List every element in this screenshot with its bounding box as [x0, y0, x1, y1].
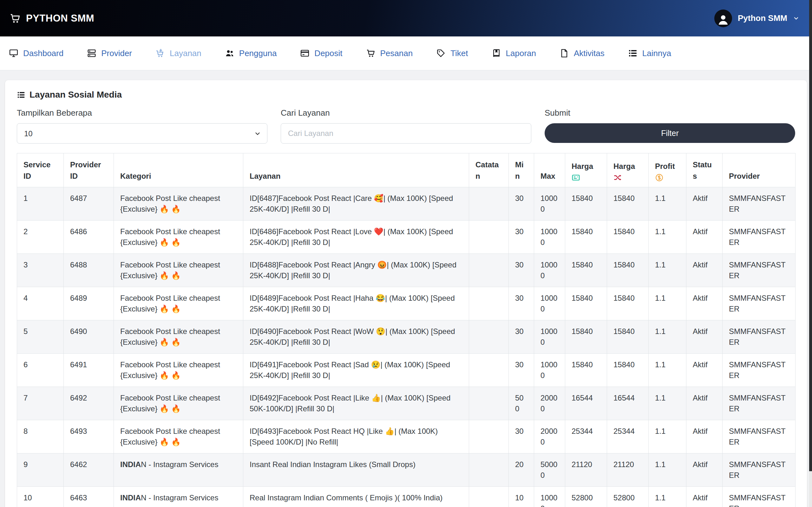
vertical-scrollbar	[809, 0, 812, 507]
cell-layanan: ID[6492]Facebook Post React |Like 👍| (Ma…	[243, 387, 469, 420]
brand-logo[interactable]: PYTHON SMM	[9, 13, 94, 24]
book-icon	[492, 49, 501, 58]
cell-kategori: INDIAN - Instagram Services	[114, 487, 243, 507]
cell-provider: SMMFANSFASTER	[722, 420, 796, 453]
nav-item-provider[interactable]: Provider	[87, 49, 132, 58]
table-row: 96462INDIAN - Instagram ServicesInsant R…	[17, 453, 796, 487]
cell-profit: 1.1	[649, 387, 687, 420]
cell-kategori: Facebook Post Like cheapest {Exclusive} …	[114, 287, 243, 320]
cell-pid: 6490	[64, 320, 114, 354]
nav-item-aktivitas[interactable]: Aktivitas	[560, 49, 605, 58]
table-row: 46489Facebook Post Like cheapest {Exclus…	[17, 287, 796, 320]
list-icon	[628, 49, 638, 58]
kategori-bold-text: INDIA	[120, 460, 141, 469]
money-check-icon	[571, 173, 580, 182]
filter-button[interactable]: Filter	[545, 123, 795, 143]
cell-kategori: Facebook Post Like cheapest {Exclusive} …	[114, 320, 243, 354]
cell-layanan: Real Instagram Indian Comments ( Emojis …	[243, 487, 469, 507]
cell-harga-jual: 15840	[607, 187, 649, 221]
cell-provider: SMMFANSFASTER	[722, 387, 796, 420]
cell-max: 10000	[534, 320, 565, 354]
show-count-label: Tampilkan Beberapa	[17, 108, 267, 118]
scrollbar-thumb[interactable]	[809, 0, 812, 471]
nav-item-label: Pesanan	[380, 49, 413, 58]
user-menu[interactable]: Python SMM	[714, 9, 799, 27]
cell-sid: 2	[17, 221, 64, 254]
nav-item-deposit[interactable]: Deposit	[300, 49, 342, 58]
cell-max: 10000	[534, 354, 565, 387]
cell-max: 10000	[534, 254, 565, 287]
cell-harga-modal: 25344	[565, 420, 607, 453]
cell-catatan	[469, 287, 509, 320]
kategori-text: N - Instagram Services	[141, 460, 218, 469]
filter-bar: Tampilkan Beberapa 10 Cari Layanan Submi…	[17, 108, 795, 144]
cell-harga-jual: 25344	[607, 420, 649, 453]
kategori-text: Facebook Post Like cheapest {Exclusive} …	[120, 194, 220, 213]
nav-item-pesanan[interactable]: Pesanan	[366, 49, 413, 58]
cell-harga-modal: 15840	[565, 320, 607, 354]
table-body: 16487Facebook Post Like cheapest {Exclus…	[17, 187, 796, 507]
col-provider: Provider	[722, 153, 796, 187]
search-label: Cari Layanan	[281, 108, 531, 118]
cell-harga-jual: 21120	[607, 453, 649, 487]
cell-catatan	[469, 387, 509, 420]
table-row: 86493Facebook Post Like cheapest {Exclus…	[17, 420, 796, 453]
cell-harga-jual: 15840	[607, 254, 649, 287]
cell-max: 50000	[534, 453, 565, 487]
cell-sid: 6	[17, 354, 64, 387]
cell-min: 30	[509, 354, 534, 387]
list-icon	[17, 91, 26, 99]
nav-item-label: Pengguna	[239, 49, 277, 58]
nav-item-laporan[interactable]: Laporan	[492, 49, 536, 58]
cell-layanan: ID[6487]Facebook Post React |Care 🥰| (Ma…	[243, 187, 469, 221]
table-row: 26486Facebook Post Like cheapest {Exclus…	[17, 221, 796, 254]
nav-item-tiket[interactable]: Tiket	[436, 49, 468, 58]
col-service-id: Service ID	[17, 153, 64, 187]
cell-kategori: Facebook Post Like cheapest {Exclusive} …	[114, 354, 243, 387]
cell-kategori: INDIAN - Instagram Services	[114, 453, 243, 487]
avatar	[714, 9, 732, 27]
nav-item-lainnya[interactable]: Lainnya	[628, 49, 671, 58]
cell-max: 20000	[534, 420, 565, 453]
cell-sid: 4	[17, 287, 64, 320]
cell-pid: 6488	[64, 254, 114, 287]
cell-pid: 6487	[64, 187, 114, 221]
col-status: Status	[687, 153, 722, 187]
cell-catatan	[469, 254, 509, 287]
table-header-row: Service ID Provider ID Kategori Layanan …	[17, 153, 796, 187]
main-nav: DashboardProviderLayananPenggunaDepositP…	[0, 37, 812, 70]
col-profit: Profit	[649, 153, 687, 187]
cell-harga-modal: 52800	[565, 487, 607, 507]
cell-kategori: Facebook Post Like cheapest {Exclusive} …	[114, 420, 243, 453]
nav-item-dashboard[interactable]: Dashboard	[9, 49, 63, 58]
kategori-text: Facebook Post Like cheapest {Exclusive} …	[120, 294, 220, 313]
show-count-select[interactable]: 10	[17, 123, 267, 144]
services-card: Layanan Sosial Media Tampilkan Beberapa …	[5, 80, 807, 507]
cell-min: 30	[509, 287, 534, 320]
cell-pid: 6489	[64, 287, 114, 320]
cell-min: 20	[509, 453, 534, 487]
cell-status: Aktif	[687, 420, 722, 453]
kategori-bold-text: INDIA	[120, 493, 141, 502]
shuffle-icon	[613, 173, 622, 182]
cell-kategori: Facebook Post Like cheapest {Exclusive} …	[114, 387, 243, 420]
cell-kategori: Facebook Post Like cheapest {Exclusive} …	[114, 187, 243, 221]
cell-layanan: ID[6490]Facebook Post React |WoW 😲| (Max…	[243, 320, 469, 354]
kategori-text: Facebook Post Like cheapest {Exclusive} …	[120, 394, 220, 413]
cell-harga-modal: 15840	[565, 221, 607, 254]
nav-item-label: Layanan	[170, 49, 201, 58]
search-input[interactable]	[281, 123, 531, 144]
table-row: 16487Facebook Post Like cheapest {Exclus…	[17, 187, 796, 221]
cell-provider: SMMFANSFASTER	[722, 187, 796, 221]
cell-harga-modal: 21120	[565, 453, 607, 487]
nav-item-label: Aktivitas	[574, 49, 605, 58]
cell-profit: 1.1	[649, 453, 687, 487]
cell-layanan: ID[6486]Facebook Post React |Love ❤️| (M…	[243, 221, 469, 254]
cell-kategori: Facebook Post Like cheapest {Exclusive} …	[114, 254, 243, 287]
nav-item-label: Laporan	[506, 49, 536, 58]
dollar-coin-icon	[655, 173, 664, 182]
desktop-icon	[9, 49, 18, 58]
nav-item-pengguna[interactable]: Pengguna	[225, 49, 277, 58]
nav-item-layanan[interactable]: Layanan	[155, 49, 201, 58]
cell-sid: 8	[17, 420, 64, 453]
